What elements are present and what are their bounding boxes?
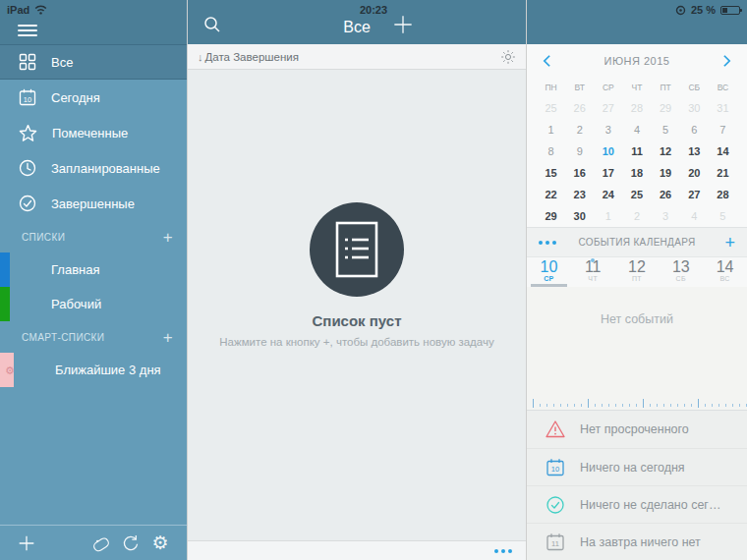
- sidebar-item-label: Сегодня: [51, 90, 100, 105]
- settings-button[interactable]: ⚙: [145, 533, 175, 552]
- sidebar-item-scheduled[interactable]: Запланированные: [0, 150, 187, 186]
- calendar-day[interactable]: 9: [565, 140, 594, 162]
- calendar-day[interactable]: 30: [565, 205, 594, 227]
- day-weekday: ВС: [703, 275, 747, 282]
- calendar-day[interactable]: 6: [680, 119, 709, 140]
- sidebar-item-label: Все: [51, 55, 73, 70]
- section-title: СПИСКИ: [22, 232, 65, 243]
- next-month-button[interactable]: [722, 54, 731, 68]
- events-body: Нет событий: [527, 287, 747, 399]
- calendar-day[interactable]: 1: [537, 119, 565, 140]
- calendar-day[interactable]: 21: [709, 162, 737, 184]
- day-strip-item[interactable]: 13 СБ: [659, 257, 703, 287]
- day-number: 12: [615, 259, 660, 275]
- calendar-day: 3: [652, 205, 680, 227]
- smart-list-item-next3days[interactable]: ⚙ Ближайшие 3 дня: [0, 353, 187, 387]
- calendar-day[interactable]: 25: [622, 184, 651, 205]
- calendar-day[interactable]: 27: [680, 184, 709, 205]
- page-title: Все: [188, 19, 526, 36]
- calendar-day[interactable]: 10: [594, 140, 622, 162]
- app-window: iPad 20:23 25 %: [0, 0, 747, 560]
- check-circle-icon: [18, 194, 37, 213]
- summary-done-today[interactable]: Ничего не сделано сег…: [527, 485, 747, 523]
- sidebar-item-all[interactable]: Все: [0, 44, 187, 80]
- list-item-label: Ближайшие 3 дня: [55, 363, 161, 377]
- sidebar-toolbar: ⚙: [0, 525, 187, 560]
- weekday-label: ВС: [709, 83, 737, 92]
- prev-month-button[interactable]: [543, 54, 551, 68]
- day-weekday: ЧТ: [571, 275, 615, 282]
- timeline-ruler[interactable]: [527, 399, 747, 410]
- calendar-day[interactable]: 5: [652, 119, 680, 140]
- summary-overdue[interactable]: Нет просроченного: [527, 411, 747, 448]
- day-weekday: ПТ: [615, 275, 660, 282]
- events-title: СОБЫТИЯ КАЛЕНДАРЯ: [527, 237, 747, 248]
- calendar-day: 27: [594, 97, 622, 119]
- day-strip-item[interactable]: 14 ВС: [703, 257, 747, 287]
- sort-direction-icon: ↓: [198, 51, 203, 63]
- calendar-day[interactable]: 8: [537, 140, 565, 162]
- summary-tomorrow[interactable]: 11 На завтра ничего нет: [527, 523, 747, 560]
- plus-icon: [16, 532, 37, 554]
- calendar-day: 28: [622, 97, 651, 119]
- calendar-day: 2: [622, 205, 651, 227]
- list-item-main[interactable]: Главная: [0, 252, 187, 287]
- weekday-label: ЧТ: [622, 83, 651, 92]
- calendar-day[interactable]: 28: [709, 184, 737, 205]
- calendar-day[interactable]: 18: [622, 162, 651, 184]
- weekday-label: СР: [594, 83, 622, 92]
- sort-bar[interactable]: ↓ Дата Завершения: [188, 44, 526, 70]
- day-strip-item[interactable]: 12 ПТ: [615, 257, 660, 287]
- list-color-bar: [0, 287, 10, 321]
- calendar-grid: 2526272829303112345678910111213141516171…: [537, 97, 737, 227]
- sidebar-item-label: Помеченные: [52, 126, 128, 140]
- grid-icon: [18, 52, 37, 72]
- sidebar-item-today[interactable]: 10 Сегодня: [0, 80, 187, 115]
- calendar-day[interactable]: 11: [622, 140, 651, 162]
- tags-button[interactable]: [86, 532, 116, 554]
- calendar-day[interactable]: 29: [537, 205, 565, 227]
- rotation-lock-icon: [675, 5, 686, 16]
- calendar-day[interactable]: 17: [594, 162, 622, 184]
- sun-icon: [500, 49, 516, 65]
- hamburger-menu-button[interactable]: [18, 25, 37, 36]
- more-options-button[interactable]: [494, 549, 512, 553]
- day-strip-item[interactable]: 10 СР: [527, 257, 571, 287]
- calendar-day[interactable]: 20: [680, 162, 709, 184]
- calendar-day[interactable]: 12: [652, 140, 680, 162]
- calendar-day[interactable]: 26: [652, 184, 680, 205]
- sync-button[interactable]: [116, 532, 145, 554]
- svg-text:10: 10: [551, 465, 559, 474]
- calendar-day[interactable]: 22: [537, 184, 565, 205]
- add-event-button[interactable]: +: [724, 234, 735, 252]
- active-day-underline: [531, 284, 567, 287]
- calendar-day[interactable]: 19: [652, 162, 680, 184]
- calendar-day[interactable]: 7: [709, 119, 737, 140]
- calendar-day[interactable]: 3: [594, 119, 622, 140]
- calendar-day[interactable]: 24: [594, 184, 622, 205]
- display-options-button[interactable]: [500, 49, 516, 65]
- sidebar-item-flagged[interactable]: Помеченные: [0, 115, 187, 150]
- calendar-day[interactable]: 13: [680, 140, 709, 162]
- calendar-day[interactable]: 15: [537, 162, 565, 184]
- sidebar-item-completed[interactable]: Завершенные: [0, 186, 187, 221]
- sidebar: Все 10 Сегодня Помеченные Запланиро: [0, 0, 187, 560]
- calendar-day[interactable]: 23: [565, 184, 594, 205]
- calendar-day[interactable]: 4: [622, 119, 651, 140]
- day-weekday: СР: [527, 275, 571, 282]
- chevron-right-icon: [722, 54, 731, 68]
- add-smart-list-button[interactable]: +: [163, 329, 173, 346]
- day-strip-item[interactable]: 11 ЧТ: [571, 257, 615, 287]
- add-list-button[interactable]: +: [163, 229, 173, 246]
- lists-section-header: СПИСКИ +: [0, 221, 187, 252]
- month-calendar: ИЮНЯ 2015 ПН ВТ СР ЧТ ПТ СБ ВС 252627282…: [527, 44, 747, 229]
- calendar-today-icon: 10: [545, 457, 566, 478]
- list-item-work[interactable]: Рабочий: [0, 287, 187, 321]
- calendar-day[interactable]: 16: [565, 162, 594, 184]
- summary-today[interactable]: 10 Ничего на сегодня: [527, 448, 747, 485]
- event-day-strip: 10 СР 11 ЧТ 12 ПТ 13 СБ 14 ВС: [527, 257, 747, 287]
- calendar-day[interactable]: 2: [565, 119, 594, 140]
- calendar-day[interactable]: 14: [709, 140, 737, 162]
- day-number: 13: [659, 259, 703, 275]
- add-button[interactable]: [12, 532, 41, 554]
